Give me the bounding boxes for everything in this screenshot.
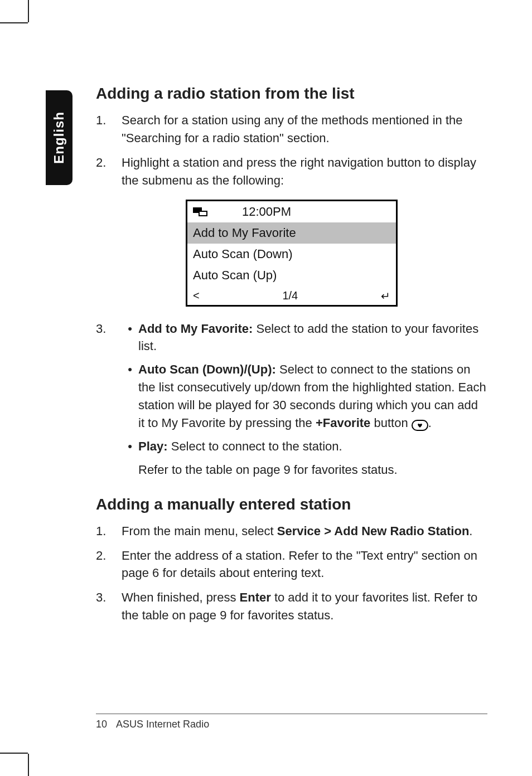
device-screen: 12:00PM Add to My Favorite Auto Scan (Do…: [186, 200, 398, 307]
after-bullets-text: Refer to the table on page 9 for favorit…: [138, 461, 487, 479]
step-number: 1.: [96, 522, 122, 540]
list-item: 3. When finished, press Enter to add it …: [96, 589, 487, 624]
step-text: When finished, press Enter to add it to …: [122, 589, 487, 624]
svg-rect-2: [200, 212, 206, 215]
bullet-text: Add to My Favorite: Select to add the st…: [138, 320, 487, 356]
step-number: 1.: [96, 111, 122, 147]
screen-footer-row: < 1/4 ↵: [187, 286, 396, 305]
screen-menu-item: Auto Scan (Down): [187, 244, 396, 265]
screen-foot-right: ↵: [381, 289, 390, 303]
page-number: 10: [96, 719, 107, 730]
bullet-list: • Add to My Favorite: Select to add the …: [122, 320, 487, 455]
list-item: 2. Highlight a station and press the rig…: [96, 154, 487, 190]
language-tab: English: [46, 90, 72, 185]
section1-step3: 3. • Add to My Favorite: Select to add t…: [96, 320, 487, 479]
section1-steps: 1. Search for a station using any of the…: [96, 111, 487, 190]
section2-heading: Adding a manually entered station: [96, 496, 487, 513]
screen-menu-item: Auto Scan (Up): [187, 265, 396, 286]
screen-foot-mid: 1/4: [282, 289, 298, 303]
step-text: Highlight a station and press the right …: [122, 154, 487, 190]
screen-foot-left: <: [193, 289, 200, 303]
page-footer: 10 ASUS Internet Radio: [96, 714, 487, 730]
list-item: 3. • Add to My Favorite: Select to add t…: [96, 320, 487, 479]
section1-heading: Adding a radio station from the list: [96, 85, 487, 103]
language-tab-label: English: [51, 111, 67, 164]
section2-steps: 1. From the main menu, select Service > …: [96, 522, 487, 624]
bullet-dot: •: [122, 320, 138, 356]
device-screen-illustration: 12:00PM Add to My Favorite Auto Scan (Do…: [96, 200, 487, 307]
step-text: Search for a station using any of the me…: [122, 111, 487, 147]
favorite-button-icon: [412, 420, 428, 431]
screen-status-row: 12:00PM: [187, 201, 396, 222]
bullet-text: Play: Select to connect to the station.: [138, 438, 487, 455]
network-icon: [193, 206, 209, 217]
svg-rect-4: [194, 208, 201, 212]
list-item: 1. Search for a station using any of the…: [96, 111, 487, 147]
step-text: From the main menu, select Service > Add…: [122, 522, 487, 540]
step-number: 3.: [96, 320, 122, 479]
step-number: 2.: [96, 154, 122, 190]
bullet-dot: •: [122, 438, 138, 455]
step-number: 3.: [96, 589, 122, 624]
bullet-dot: •: [122, 361, 138, 432]
list-item: 2. Enter the address of a station. Refer…: [96, 547, 487, 583]
footer-title: ASUS Internet Radio: [116, 719, 209, 730]
screen-menu-item-selected: Add to My Favorite: [187, 222, 396, 244]
bullet-text: Auto Scan (Down)/(Up): Select to connect…: [138, 361, 487, 432]
bullet-item: • Auto Scan (Down)/(Up): Select to conne…: [122, 361, 487, 432]
bullet-item: • Add to My Favorite: Select to add the …: [122, 320, 487, 356]
list-item: 1. From the main menu, select Service > …: [96, 522, 487, 540]
step-number: 2.: [96, 547, 122, 583]
bullet-item: • Play: Select to connect to the station…: [122, 438, 487, 455]
step-text: Enter the address of a station. Refer to…: [122, 547, 487, 583]
screen-time: 12:00PM: [242, 205, 291, 219]
